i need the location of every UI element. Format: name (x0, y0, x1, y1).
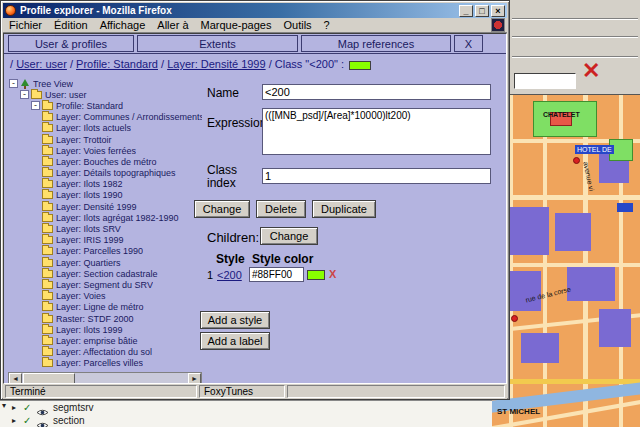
tree-label: Profile: Standard (56, 101, 123, 111)
bg-red-x-icon[interactable]: ✕ (582, 60, 600, 82)
tree-label: Layer: Ilots SRV (56, 224, 121, 234)
tree-node-layer-17[interactable]: Layer: Ligne de métro (8, 302, 202, 313)
map-view[interactable]: HOTEL DE CHATELET avenue vi rue de la co… (490, 94, 640, 427)
scroll-right-button[interactable]: ► (188, 373, 201, 384)
folder-icon (42, 203, 53, 211)
foxytunes-badge[interactable]: FoxyTunes (199, 385, 285, 398)
tab-row: User & profilesExtentsMap referencesX (8, 35, 483, 52)
folder-icon (42, 124, 53, 132)
class-index-input[interactable] (262, 168, 491, 184)
tree-node-layer-18[interactable]: Raster: STDF 2000 (8, 313, 202, 324)
tab-3[interactable]: X (454, 35, 483, 52)
tree-node-layer-12[interactable]: Layer: Parcelles 1990 (8, 246, 202, 257)
menu-item-0[interactable]: Fichier (3, 19, 48, 31)
titlebar[interactable]: Profile explorer - Mozilla Firefox _ □ × (3, 3, 507, 18)
tree-node-layer-4[interactable]: Layer: Bouches de métro (8, 156, 202, 167)
tree-node-layer-20[interactable]: Layer: emprise bâtie (8, 335, 202, 346)
style-color-swatch[interactable] (307, 270, 325, 280)
tree-node-layer-10[interactable]: Layer: Ilots SRV (8, 223, 202, 234)
tab-0[interactable]: User & profiles (8, 35, 134, 52)
tree-node-layer-7[interactable]: Layer: Ilots 1990 (8, 190, 202, 201)
menu-item-2[interactable]: Affichage (94, 19, 152, 31)
status-bar: Terminé FoxyTunes (3, 384, 507, 399)
tree-node-layer-0[interactable]: Layer: Communes / Arrondissements (8, 112, 202, 123)
tree-label: Layer: Voies ferrées (56, 146, 136, 156)
tree-node-layer-5[interactable]: Layer: Détails topographiques (8, 168, 202, 179)
style-remove-link[interactable]: X (329, 268, 336, 280)
breadcrumb-colon: : (338, 58, 347, 70)
tree-label: Layer: Détails topographiques (56, 168, 176, 178)
breadcrumb-link-0[interactable]: User: user (16, 58, 67, 70)
expander-icon[interactable]: - (9, 79, 18, 88)
bg-text-field[interactable] (514, 73, 576, 89)
layer-row-0[interactable]: ▸✓segmtsrv (12, 401, 492, 414)
tree-node-layer-3[interactable]: Layer: Voies ferrées (8, 145, 202, 156)
expression-input[interactable] (262, 108, 491, 155)
folder-icon (42, 315, 53, 323)
eye-icon[interactable] (36, 416, 50, 425)
scroll-thumb[interactable] (23, 373, 75, 384)
tree-node-profile[interactable]: -Profile: Standard (8, 100, 202, 111)
folder-icon (42, 147, 53, 155)
tree-hscrollbar[interactable]: ◄ ► (8, 372, 202, 384)
tab-1[interactable]: Extents (137, 35, 298, 52)
expand-arrow-icon[interactable]: ▸ (12, 416, 20, 425)
add-style-button[interactable]: Add a style (200, 311, 270, 329)
menu-item-6[interactable]: ? (318, 19, 336, 31)
expander-icon[interactable]: - (31, 101, 40, 110)
folder-icon (42, 348, 53, 356)
tree-node-layer-22[interactable]: Layer: Parcelles villes (8, 358, 202, 369)
tree-node-layer-2[interactable]: Layer: Trottoir (8, 134, 202, 145)
menu-item-3[interactable]: Aller à (151, 19, 194, 31)
add-label-button[interactable]: Add a label (200, 332, 270, 350)
children-change-button[interactable]: Change (260, 227, 318, 245)
tree-node-layer-21[interactable]: Layer: Affectation du sol (8, 347, 202, 358)
toolbar-separator (512, 56, 638, 58)
tab-2[interactable]: Map references (301, 35, 451, 52)
tree-node-layer-11[interactable]: Layer: IRIS 1999 (8, 235, 202, 246)
menu-item-5[interactable]: Outils (277, 19, 317, 31)
map-street (491, 195, 640, 200)
menu-bar-items: FichierÉditionAffichageAller àMarque-pag… (3, 19, 336, 31)
menu-item-4[interactable]: Marque-pages (195, 19, 278, 31)
tree-node-layer-9[interactable]: Layer: Ilots agrégat 1982-1990 (8, 212, 202, 223)
style-color-value[interactable]: #88FF00 (249, 267, 304, 282)
layer-row-1[interactable]: ▸✓section (12, 414, 492, 427)
tree-node-user[interactable]: -User: user (8, 89, 202, 100)
maximize-button[interactable]: □ (475, 5, 489, 17)
breadcrumb: / User: user / Profile: Standard / Layer… (10, 58, 371, 70)
minimize-button[interactable]: _ (459, 5, 473, 17)
change-button[interactable]: Change (194, 200, 250, 218)
duplicate-button[interactable]: Duplicate (312, 200, 376, 218)
breadcrumb-link-2[interactable]: Layer: Densité 1999 (167, 58, 265, 70)
tree-node-layer-13[interactable]: Layer: Quartiers (8, 257, 202, 268)
close-button[interactable]: × (491, 5, 505, 17)
style-row-index: 1 (207, 269, 213, 281)
style-name-link[interactable]: <200 (217, 269, 242, 281)
mozilla-logo-icon[interactable] (491, 18, 505, 32)
dropdown-arrow-icon[interactable]: ▾ (2, 401, 6, 410)
tree-node-layer-14[interactable]: Layer: Section cadastrale (8, 268, 202, 279)
tree-node-layer-19[interactable]: Layer: Ilots 1999 (8, 324, 202, 335)
tree-node-layer-6[interactable]: Layer: Ilots 1982 (8, 179, 202, 190)
tree-node-layer-1[interactable]: Layer: Ilots actuels (8, 123, 202, 134)
breadcrumb-link-1[interactable]: Profile: Standard (76, 58, 158, 70)
expander-icon[interactable]: - (20, 90, 29, 99)
tree-root[interactable]: -Tree View (8, 78, 202, 89)
name-input[interactable] (262, 84, 491, 100)
delete-button[interactable]: Delete (256, 200, 306, 218)
tree-label: Layer: Densité 1999 (56, 202, 137, 212)
expand-arrow-icon[interactable]: ▸ (12, 403, 20, 412)
folder-icon (42, 214, 53, 222)
tree-node-layer-15[interactable]: Layer: Segment du SRV (8, 279, 202, 290)
menu-item-1[interactable]: Édition (48, 19, 94, 31)
screen: ✕ HOTEL DE CHATELET avenue vi rue de la … (0, 0, 640, 427)
tree-node-layer-16[interactable]: Layer: Voies (8, 291, 202, 302)
check-icon: ✓ (23, 416, 33, 426)
menu-bar: FichierÉditionAffichageAller àMarque-pag… (3, 18, 507, 33)
tree-node-layer-8[interactable]: Layer: Densité 1999 (8, 201, 202, 212)
status-spacer (287, 385, 505, 398)
eye-icon[interactable] (36, 403, 50, 412)
map-block (521, 333, 559, 363)
scroll-left-button[interactable]: ◄ (9, 373, 22, 384)
